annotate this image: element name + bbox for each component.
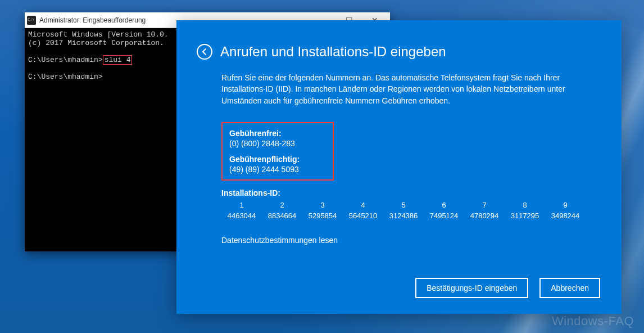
iid-header: 7 — [464, 200, 505, 210]
iid-value: 4780294 — [464, 210, 505, 221]
toll-number: (49) (89) 2444 5093 — [229, 165, 326, 174]
dialog-buttons: Bestätigungs-ID eingeben Abbrechen — [415, 278, 600, 298]
iid-header: 5 — [383, 200, 424, 210]
tollfree-number: (0) (800) 2848-283 — [229, 139, 326, 148]
iid-value: 3124386 — [383, 210, 424, 221]
iid-header: 6 — [424, 200, 464, 210]
installation-id-grid: 1 2 3 4 5 6 7 8 9 4463044 8834664 529585… — [221, 200, 599, 221]
iid-header: 3 — [302, 200, 343, 210]
phone-numbers-box: Gebührenfrei: (0) (800) 2848-283 Gebühre… — [221, 122, 334, 181]
iid-header: 9 — [545, 200, 586, 210]
confirm-id-button[interactable]: Bestätigungs-ID eingeben — [415, 278, 528, 298]
dialog-title: Anrufen und Installations-ID eingeben — [220, 44, 446, 60]
iid-value: 3498244 — [545, 210, 586, 221]
iid-header: 8 — [505, 200, 545, 210]
iid-header: 1 — [221, 200, 262, 210]
dialog-header: Anrufen und Installations-ID eingeben — [197, 44, 599, 60]
installation-id-label: Installations-ID: — [221, 188, 599, 197]
dialog-body: Rufen Sie eine der folgenden Nummern an.… — [197, 72, 599, 245]
cmd-title-text: Administrator: Eingabeaufforderung — [39, 16, 146, 24]
dialog-description: Rufen Sie eine der folgenden Nummern an.… — [221, 72, 599, 106]
cmd-line: (c) 2017 Microsoft Corporation. — [28, 39, 164, 47]
privacy-link[interactable]: Datenschutzbestimmungen lesen — [221, 236, 599, 245]
iid-value: 8834664 — [262, 210, 302, 221]
back-button[interactable] — [197, 44, 212, 60]
iid-value: 5295854 — [302, 210, 343, 221]
cmd-prompt: C:\Users\mhadmin> — [28, 73, 103, 81]
cmd-line: Microsoft Windows [Version 10.0. — [28, 30, 169, 39]
cmd-entered-command: slui 4 — [103, 55, 133, 65]
activation-dialog: Anrufen und Installations-ID eingeben Ru… — [176, 20, 622, 314]
arrow-left-icon — [201, 48, 208, 56]
iid-value: 5645210 — [343, 210, 383, 221]
iid-header: 2 — [262, 200, 302, 210]
toll-label: Gebührenpflichtig: — [229, 155, 326, 164]
iid-value: 7495124 — [424, 210, 464, 221]
cmd-prompt: C:\Users\mhadmin> — [28, 56, 103, 64]
tollfree-label: Gebührenfrei: — [229, 129, 326, 138]
cancel-button[interactable]: Abbrechen — [539, 278, 600, 298]
watermark-text: Windows-FAQ — [552, 314, 634, 328]
iid-header: 4 — [343, 200, 383, 210]
cmd-icon — [27, 16, 36, 25]
iid-value: 3117295 — [505, 210, 545, 221]
iid-value: 4463044 — [221, 210, 262, 221]
